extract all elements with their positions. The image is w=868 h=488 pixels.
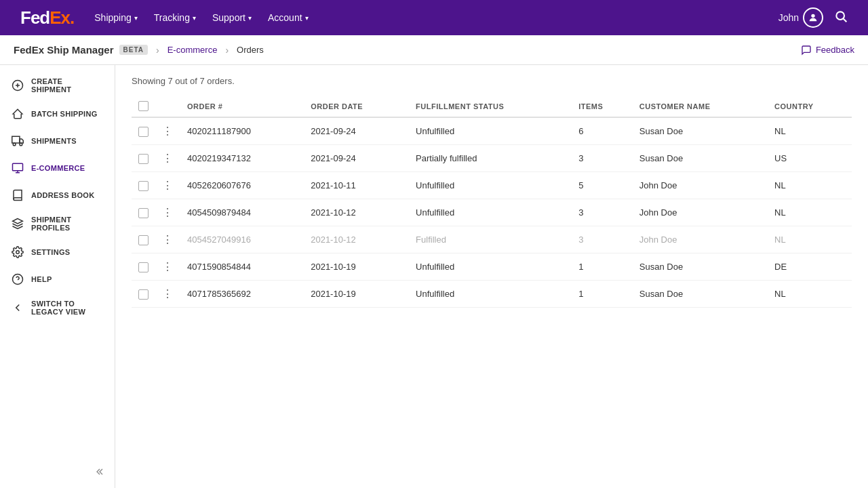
- row-fulfillment-status: Unfulfilled: [409, 199, 572, 226]
- row-order-num[interactable]: 4054509879484: [180, 199, 304, 226]
- row-actions-menu[interactable]: ⋮: [162, 288, 174, 300]
- row-order-num[interactable]: 4071785365692: [180, 281, 304, 308]
- row-actions-menu[interactable]: ⋮: [162, 152, 174, 164]
- row-checkbox-cell[interactable]: [132, 253, 155, 281]
- row-actions-cell[interactable]: ⋮: [155, 117, 180, 145]
- table-row: ⋮ 4054527049916 2021-10-12 Fulfilled 3 J…: [132, 226, 852, 253]
- nav-links: Shipping ▾ Tracking ▾ Support ▾ Account …: [94, 12, 308, 23]
- row-actions-cell[interactable]: ⋮: [155, 172, 180, 199]
- breadcrumb-ecommerce[interactable]: E-commerce: [167, 45, 218, 55]
- row-customer-name: Susan Doe: [633, 145, 768, 172]
- table-row: ⋮ 4020219347132 2021-09-24 Partially ful…: [132, 145, 852, 172]
- sidebar: CREATE SHIPMENT BATCH SHIPPING SHIPMENTS…: [0, 65, 115, 488]
- sidebar-item-address-book[interactable]: ADDRESS BOOK: [0, 182, 115, 209]
- row-actions-cell[interactable]: ⋮: [155, 226, 180, 253]
- fulfillment-status-header[interactable]: FULFILLMENT STATUS: [409, 96, 572, 117]
- nav-tracking[interactable]: Tracking ▾: [154, 12, 196, 23]
- select-all-checkbox[interactable]: [138, 101, 149, 111]
- row-items: 3: [572, 226, 633, 253]
- row-checkbox[interactable]: [138, 181, 149, 191]
- main-layout: CREATE SHIPMENT BATCH SHIPPING SHIPMENTS…: [0, 65, 868, 488]
- row-checkbox[interactable]: [138, 127, 149, 137]
- feedback-label: Feedback: [816, 45, 854, 55]
- row-customer-name: John Doe: [633, 199, 768, 226]
- row-checkbox-cell[interactable]: [132, 117, 155, 145]
- app-title: FedEx Ship Manager: [14, 44, 114, 56]
- customer-name-header[interactable]: CUSTOMER NAME: [633, 96, 768, 117]
- feedback-button[interactable]: Feedback: [801, 45, 854, 56]
- items-header[interactable]: ITEMS: [572, 96, 633, 117]
- row-country: US: [768, 145, 852, 172]
- row-fulfillment-status: Unfulfilled: [409, 253, 572, 281]
- sidebar-item-create-shipment[interactable]: CREATE SHIPMENT: [0, 70, 115, 100]
- user-menu-button[interactable]: John: [778, 7, 823, 28]
- row-checkbox[interactable]: [138, 235, 149, 245]
- sidebar-label-shipment-profiles: SHIPMENT PROFILES: [31, 216, 104, 232]
- top-nav-left: FedEx. Shipping ▾ Tracking ▾ Support ▾ A…: [20, 7, 309, 28]
- row-items: 5: [572, 172, 633, 199]
- feedback-icon: [801, 45, 812, 56]
- row-actions-menu[interactable]: ⋮: [162, 234, 174, 245]
- row-items: 3: [572, 199, 633, 226]
- sidebar-label-batch-shipping: BATCH SHIPPING: [31, 110, 98, 118]
- sidebar-item-help[interactable]: HELP: [0, 266, 115, 293]
- sidebar-item-settings[interactable]: SETTINGS: [0, 239, 115, 266]
- sidebar-item-batch-shipping[interactable]: BATCH SHIPPING: [0, 100, 115, 127]
- sidebar-item-shipment-profiles[interactable]: SHIPMENT PROFILES: [0, 209, 115, 239]
- row-fulfillment-status: Unfulfilled: [409, 172, 572, 199]
- collapse-sidebar-button[interactable]: [0, 461, 115, 483]
- row-customer-name: John Doe: [633, 172, 768, 199]
- row-items: 1: [572, 253, 633, 281]
- row-checkbox-cell[interactable]: [132, 226, 155, 253]
- order-num-header[interactable]: ORDER #: [180, 96, 304, 117]
- nav-support[interactable]: Support ▾: [212, 12, 252, 23]
- row-checkbox[interactable]: [138, 262, 149, 272]
- select-all-header[interactable]: [132, 96, 155, 117]
- row-order-num[interactable]: 4054527049916: [180, 226, 304, 253]
- nav-shipping[interactable]: Shipping ▾: [94, 12, 138, 23]
- actions-header: [155, 96, 180, 117]
- row-actions-cell[interactable]: ⋮: [155, 281, 180, 308]
- svg-point-13: [16, 251, 20, 254]
- row-actions-menu[interactable]: ⋮: [162, 125, 174, 137]
- row-actions-menu[interactable]: ⋮: [162, 180, 174, 191]
- fedex-logo[interactable]: FedEx.: [20, 7, 74, 28]
- row-customer-name: Susan Doe: [633, 253, 768, 281]
- row-checkbox-cell[interactable]: [132, 172, 155, 199]
- subheader-left: FedEx Ship Manager BETA › E-commerce › O…: [14, 44, 264, 56]
- row-order-num[interactable]: 4020219347132: [180, 145, 304, 172]
- search-button[interactable]: [834, 9, 848, 26]
- row-actions-cell[interactable]: ⋮: [155, 145, 180, 172]
- main-content: Showing 7 out of 7 orders. ORDER # ORDER…: [115, 65, 868, 488]
- row-order-num[interactable]: 4071590854844: [180, 253, 304, 281]
- sidebar-item-shipments[interactable]: SHIPMENTS: [0, 127, 115, 155]
- row-actions-menu[interactable]: ⋮: [162, 261, 174, 272]
- row-country: NL: [768, 199, 852, 226]
- beta-badge: BETA: [119, 45, 148, 55]
- row-checkbox[interactable]: [138, 289, 149, 300]
- row-actions-menu[interactable]: ⋮: [162, 207, 174, 218]
- row-checkbox-cell[interactable]: [132, 145, 155, 172]
- orders-table: ORDER # ORDER DATE FULFILLMENT STATUS IT…: [132, 96, 852, 308]
- nav-account[interactable]: Account ▾: [268, 12, 309, 23]
- sidebar-item-e-commerce[interactable]: E-COMMERCE: [0, 155, 115, 182]
- row-items: 3: [572, 145, 633, 172]
- row-order-num[interactable]: 4020211187900: [180, 117, 304, 145]
- table-row: ⋮ 4071785365692 2021-10-19 Unfulfilled 1…: [132, 281, 852, 308]
- svg-line-2: [844, 18, 847, 22]
- sidebar-label-shipments: SHIPMENTS: [31, 137, 77, 145]
- country-header[interactable]: COUNTRY: [768, 96, 852, 117]
- row-actions-cell[interactable]: ⋮: [155, 199, 180, 226]
- row-checkbox[interactable]: [138, 154, 149, 164]
- table-row: ⋮ 4071590854844 2021-10-19 Unfulfilled 1…: [132, 253, 852, 281]
- sidebar-item-switch-legacy[interactable]: SWITCH TO LEGACY VIEW: [0, 293, 115, 323]
- row-order-num[interactable]: 4052620607676: [180, 172, 304, 199]
- subheader: FedEx Ship Manager BETA › E-commerce › O…: [0, 35, 868, 65]
- row-checkbox-cell[interactable]: [132, 199, 155, 226]
- row-actions-cell[interactable]: ⋮: [155, 253, 180, 281]
- row-items: 1: [572, 281, 633, 308]
- row-checkbox[interactable]: [138, 208, 149, 218]
- row-checkbox-cell[interactable]: [132, 281, 155, 308]
- user-name: John: [778, 12, 799, 23]
- order-date-header[interactable]: ORDER DATE: [304, 96, 409, 117]
